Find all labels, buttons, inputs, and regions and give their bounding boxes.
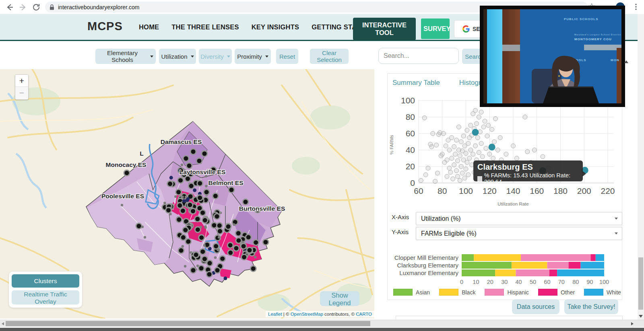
dropdown-proximity[interactable]: Proximity — [235, 49, 271, 64]
svg-text:0: 0 — [460, 279, 463, 285]
brand-logo[interactable]: MCPS — [87, 20, 123, 33]
vertical-scrollbar-thumb[interactable] — [638, 257, 643, 310]
video-overlay[interactable]: PUBLIC SCHOOLS Maryland's Largest School… — [480, 6, 625, 107]
legend-item: Black — [439, 289, 475, 296]
dropdown-utilization[interactable]: Utilization — [159, 49, 196, 64]
caret-down-icon — [191, 56, 194, 58]
refresh-icon[interactable] — [31, 2, 41, 12]
svg-text:100: 100 — [459, 186, 473, 195]
svg-text:0: 0 — [410, 178, 415, 187]
svg-text:60: 60 — [406, 129, 415, 138]
legend-label: Black — [462, 289, 475, 296]
legend-item: Other — [538, 289, 575, 296]
map-label: L — [140, 150, 143, 157]
scroll-up-arrow[interactable] — [624, 60, 628, 63]
forward-icon[interactable] — [18, 2, 28, 12]
vertical-scrollbar[interactable] — [638, 14, 644, 320]
nav-survey-button[interactable]: SURVEY — [421, 19, 450, 39]
svg-text:Utilization Rate: Utilization Rate — [497, 201, 528, 206]
horizontal-scrollbar[interactable] — [0, 320, 644, 327]
caret-down-icon — [265, 56, 268, 58]
svg-text:40: 40 — [516, 279, 522, 285]
data-sources-button[interactable]: Data sources — [512, 299, 559, 314]
speaker-figure — [483, 9, 621, 103]
zoom-in-button[interactable]: + — [15, 75, 28, 87]
nav-key-insights[interactable]: KEY INSIGHTS — [252, 23, 299, 31]
svg-text:80: 80 — [438, 186, 447, 195]
svg-text:100: 100 — [401, 97, 415, 105]
dropdown-diversity[interactable]: Diversity — [199, 49, 232, 64]
nav-three-lenses[interactable]: THE THREE LENSES — [171, 23, 239, 31]
scroll-right-arrow[interactable] — [631, 322, 634, 325]
take-survey-button[interactable]: Take the Survey! — [564, 299, 618, 314]
legend-label: Asian — [416, 289, 430, 296]
scroll-left-arrow[interactable] — [2, 322, 4, 325]
svg-text:80: 80 — [406, 112, 415, 121]
svg-text:90: 90 — [587, 279, 593, 285]
legend-item: Asian — [393, 289, 430, 296]
nav-home[interactable]: HOME — [139, 23, 159, 31]
x-axis-select[interactable]: Utilization (%) — [416, 212, 622, 225]
zoom-out-button[interactable]: − — [15, 87, 28, 99]
caret-down-icon — [227, 56, 230, 58]
tab-summary-table[interactable]: Summary Table — [392, 79, 440, 87]
svg-text:180: 180 — [553, 186, 568, 195]
scatter-chart[interactable]: 6080100120140160180200220020406080100% F… — [388, 97, 630, 211]
tooltip-swatch — [477, 176, 482, 181]
map-label: Burtonsville ES — [239, 205, 285, 212]
video-scene: PUBLIC SCHOOLS Maryland's Largest School… — [483, 9, 621, 103]
caret-down-icon — [150, 56, 153, 58]
reset-button[interactable]: Reset — [276, 49, 298, 64]
svg-text:20: 20 — [487, 279, 493, 285]
svg-text:20: 20 — [406, 162, 415, 171]
svg-text:220: 220 — [601, 186, 615, 195]
caret-down-icon — [615, 218, 618, 220]
page: interactiveboundaryexplorer.com MCPS HOM… — [0, 0, 644, 331]
dropdown-elementary-schools[interactable]: Elementary Schools — [95, 49, 156, 64]
svg-text:100: 100 — [599, 279, 609, 285]
clusters-toggle-button[interactable]: Clusters — [12, 274, 79, 288]
search-input[interactable] — [378, 48, 459, 64]
map[interactable]: Damascus ESLMonocacy ESLaytonsville ESBe… — [0, 69, 374, 319]
legend-label: White — [607, 289, 621, 296]
menu-kebab-icon[interactable] — [631, 2, 641, 12]
y-axis-label: Y-Axis — [392, 228, 409, 235]
bar-chart-legend: AsianBlackHispanicOtherWhite — [398, 289, 616, 296]
osm-link[interactable]: OpenStreetMap — [291, 312, 323, 317]
svg-text:Clarksburg Elementary: Clarksburg Elementary — [397, 262, 458, 269]
svg-text:30: 30 — [501, 279, 508, 285]
carto-link[interactable]: CARTO — [356, 312, 372, 317]
google-logo-icon — [462, 25, 470, 33]
main-nav: HOME THE THREE LENSES KEY INSIGHTS GETTI… — [139, 14, 375, 40]
traffic-overlay-button[interactable]: Realtime Traffic Overlay — [12, 290, 79, 304]
x-axis-label: X-Axis — [392, 214, 409, 220]
map-label: Damascus ES — [161, 138, 202, 145]
svg-text:60: 60 — [414, 186, 423, 195]
demographics-bar-chart[interactable]: Clopper Mill ElementaryClarksburg Elemen… — [380, 250, 622, 287]
tooltip-text: % FARMs: 15.43 Utilization Rate: 200.64 — [484, 172, 579, 185]
map-zoom-control: + − — [15, 74, 29, 100]
svg-text:40: 40 — [406, 145, 415, 154]
svg-text:160: 160 — [530, 186, 544, 195]
horizontal-scrollbar-thumb[interactable] — [6, 321, 370, 326]
back-icon[interactable] — [5, 2, 14, 12]
nav-interactive-tool-button[interactable]: INTERACTIVE TOOL — [353, 18, 416, 40]
svg-text:120: 120 — [483, 186, 497, 195]
panel-tabs: Summary Table Histogram — [392, 79, 490, 87]
map-label: Poolesville ES — [101, 193, 144, 199]
map-attribution: Leaflet | © OpenStreetMap contributors, … — [266, 311, 374, 317]
legend-item: Hispanic — [485, 289, 529, 296]
lock-icon — [49, 4, 55, 10]
map-layer-controls: Clusters Realtime Traffic Overlay — [9, 271, 82, 308]
clear-selection-button[interactable]: Clear Selection — [310, 49, 349, 64]
show-legend-button[interactable]: Show Legend — [320, 291, 359, 306]
scroll-down-arrow[interactable] — [639, 315, 643, 318]
window-bottom-edge — [0, 328, 644, 331]
map-label: Monocacy ES — [106, 161, 147, 168]
y-axis-select[interactable]: FARMs Eligible (%) — [416, 227, 622, 240]
legend-swatch — [584, 289, 603, 296]
svg-text:60: 60 — [544, 279, 550, 285]
legend-label: Hispanic — [507, 289, 529, 296]
svg-text:50: 50 — [530, 279, 536, 285]
leaflet-link[interactable]: Leaflet — [268, 312, 282, 317]
